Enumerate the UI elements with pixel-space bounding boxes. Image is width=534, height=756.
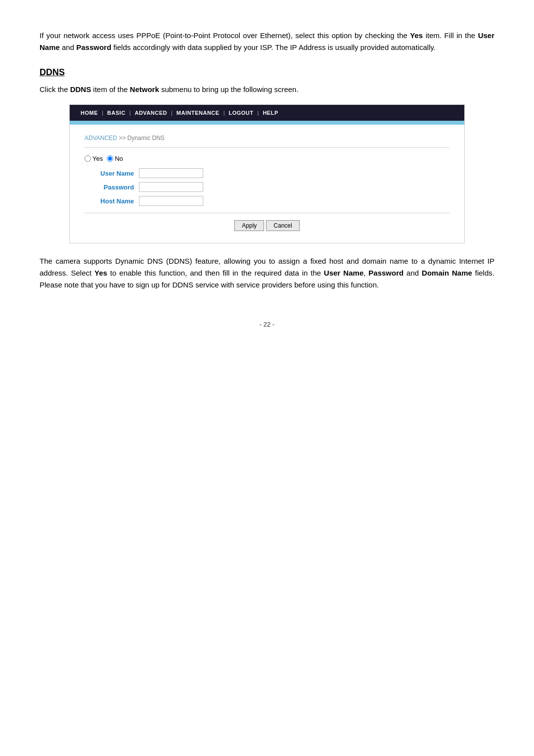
nav-sep-2: | [129, 110, 132, 116]
outro-bold-username: User Name [324, 269, 363, 277]
radio-yes[interactable] [85, 155, 91, 162]
nav-sep-3: | [170, 110, 174, 116]
password-input[interactable] [139, 182, 203, 192]
desc-bold-network: Network [130, 85, 159, 94]
intro-text-mid1: item. Fill in the [423, 31, 478, 40]
nav-item-help[interactable]: HELP [260, 110, 281, 116]
nav-sep-1: | [101, 110, 104, 116]
radio-no-text: No [115, 155, 123, 162]
apply-button[interactable]: Apply [234, 220, 264, 231]
buttons-row: Apply Cancel [85, 220, 449, 231]
section-description: Click the DDNS item of the Network subme… [40, 84, 494, 95]
username-input[interactable] [139, 168, 203, 178]
top-divider [85, 147, 449, 148]
nav-item-home[interactable]: HOME [78, 110, 101, 116]
password-label: Password [85, 184, 134, 191]
breadcrumb-link[interactable]: ADVANCED [85, 135, 117, 142]
hostname-row: Host Name [85, 196, 449, 206]
breadcrumb-separator: >> [119, 135, 127, 142]
radio-yes-text: Yes [92, 155, 103, 162]
outro-paragraph: The camera supports Dynamic DNS (DDNS) f… [40, 255, 494, 291]
outro-text-mid3: and [403, 269, 422, 277]
intro-paragraph: If your network access uses PPPoE (Point… [40, 30, 494, 53]
desc-text-start: Click the [40, 85, 70, 94]
intro-text-start: If your network access uses PPPoE (Point… [40, 31, 410, 40]
nav-item-maintenance[interactable]: MAINTENANCE [174, 110, 222, 116]
outro-text-mid1: to enable this function, and then fill i… [107, 269, 324, 277]
breadcrumb-current: Dynamic DNS [128, 135, 165, 142]
cancel-button[interactable]: Cancel [266, 220, 299, 231]
radio-no[interactable] [107, 155, 113, 162]
intro-text-mid3: fields accordingly with data supplied by… [111, 43, 436, 51]
hostname-label: Host Name [85, 197, 134, 205]
bottom-divider [85, 213, 449, 213]
username-label: User Name [85, 170, 134, 177]
password-row: Password [85, 182, 449, 192]
username-row: User Name [85, 168, 449, 178]
desc-bold-ddns: DDNS [70, 85, 91, 94]
outro-bold-yes: Yes [94, 269, 107, 277]
hostname-input[interactable] [139, 196, 203, 206]
nav-item-logout[interactable]: LOGOUT [225, 110, 256, 116]
nav-sep-5: | [257, 110, 260, 116]
desc-text-end: submenu to bring up the following screen… [159, 85, 299, 94]
screen-body: ADVANCED >> Dynamic DNS Yes No User Name… [70, 125, 464, 243]
radio-row: Yes No [85, 155, 449, 162]
screen-mockup: HOME | BASIC | ADVANCED | MAINTENANCE | … [69, 104, 465, 243]
page-number: - 22 - [40, 321, 494, 328]
intro-text-mid2: and [60, 43, 76, 51]
intro-bold-password: Password [76, 43, 111, 51]
outro-text-mid2: , [363, 269, 368, 277]
radio-no-label[interactable]: No [107, 155, 123, 162]
nav-item-advanced[interactable]: ADVANCED [132, 110, 170, 116]
outro-bold-domainname: Domain Name [422, 269, 472, 277]
nav-item-basic[interactable]: BASIC [104, 110, 129, 116]
section-title: DDNS [40, 67, 494, 78]
nav-sep-4: | [222, 110, 226, 116]
outro-bold-password: Password [368, 269, 403, 277]
nav-blue-bar [70, 121, 464, 125]
nav-bar: HOME | BASIC | ADVANCED | MAINTENANCE | … [70, 105, 464, 121]
desc-text-mid: item of the [91, 85, 130, 94]
breadcrumb: ADVANCED >> Dynamic DNS [85, 135, 449, 142]
radio-yes-label[interactable]: Yes [85, 155, 103, 162]
intro-bold-yes: Yes [410, 31, 423, 40]
